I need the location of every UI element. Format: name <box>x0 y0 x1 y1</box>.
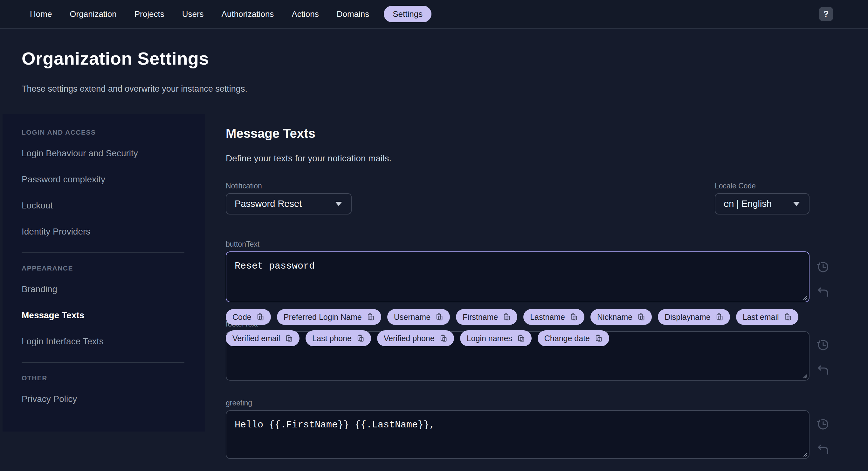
clipboard-copy-icon <box>569 313 578 321</box>
help-button[interactable]: ? <box>819 7 833 21</box>
message-texts-panel: Message Texts Define your texts for your… <box>226 114 809 459</box>
content-area: LOGIN AND ACCESS Login Behaviour and Sec… <box>0 114 868 459</box>
variable-chip[interactable]: Username <box>387 309 450 325</box>
chip-label: Login names <box>467 334 512 343</box>
greeting-field-actions <box>816 417 830 457</box>
greeting-label: greeting <box>226 399 809 407</box>
greeting-textarea[interactable]: Hello {{.FirstName}} {{.LastName}}, <box>226 410 809 459</box>
notification-group: Notification Password Reset <box>226 182 352 214</box>
sidebar-item[interactable]: Branding <box>22 284 205 295</box>
notification-select-value: Password Reset <box>235 199 302 209</box>
sidebar-section-other: OTHER Privacy Policy <box>22 374 205 405</box>
page-subtitle: These settings extend and overwrite your… <box>22 83 868 94</box>
nav-item-users[interactable]: Users <box>182 9 204 19</box>
chip-label: Displayname <box>664 313 711 322</box>
chevron-down-icon <box>793 202 800 206</box>
sidebar-item[interactable]: Password complexity <box>22 174 205 185</box>
chip-label: Verified email <box>232 334 280 343</box>
variable-chip[interactable]: Verified phone <box>377 330 454 346</box>
variable-chip[interactable]: Preferred Login Name <box>277 309 381 325</box>
sidebar-section-items: BrandingMessage TextsLogin Interface Tex… <box>22 284 205 347</box>
top-nav: Home Organization Projects Users Authori… <box>0 0 868 29</box>
clipboard-copy-icon <box>517 334 526 343</box>
sidebar-section-appearance: APPEARANCE BrandingMessage TextsLogin In… <box>22 264 205 347</box>
clipboard-copy-icon <box>366 313 375 321</box>
sidebar-divider <box>22 253 184 253</box>
sidebar-item[interactable]: Privacy Policy <box>22 394 205 405</box>
resize-handle[interactable] <box>801 372 808 379</box>
nav-item-actions[interactable]: Actions <box>291 9 318 19</box>
variable-chip[interactable]: Login names <box>460 330 532 346</box>
variable-chip[interactable]: Nickname <box>590 309 652 325</box>
clipboard-copy-icon <box>594 334 603 343</box>
nav-item-settings-active[interactable]: Settings <box>384 6 431 22</box>
sidebar-section-title: APPEARANCE <box>22 264 205 272</box>
sidebar-section-items: Login Behaviour and SecurityPassword com… <box>22 148 205 237</box>
chip-label: Last phone <box>312 334 352 343</box>
nav-item-authorizations[interactable]: Authorizations <box>222 9 274 19</box>
clipboard-copy-icon <box>256 313 265 321</box>
sidebar-item[interactable]: Lockout <box>22 200 205 211</box>
variable-chip[interactable]: Last email <box>736 309 798 325</box>
locale-label: Locale Code <box>715 182 809 190</box>
chips-row-1: Code Preferred Login Name Username First… <box>226 309 785 325</box>
locale-select[interactable]: en | English <box>715 193 809 214</box>
clipboard-copy-icon <box>285 334 293 343</box>
variable-chip[interactable]: Change date <box>538 330 609 346</box>
sidebar-item[interactable]: Message Texts <box>22 310 205 321</box>
resize-handle[interactable] <box>801 450 808 457</box>
variable-chip[interactable]: Displayname <box>658 309 730 325</box>
chip-label: Lastname <box>530 313 565 322</box>
variable-chip[interactable]: Verified email <box>226 330 300 346</box>
sidebar-section-items: Privacy Policy <box>22 394 205 405</box>
greeting-group: greeting Hello {{.FirstName}} {{.LastNam… <box>226 399 809 459</box>
sidebar-section-title: LOGIN AND ACCESS <box>22 128 205 137</box>
clipboard-copy-icon <box>637 313 646 321</box>
buttontext-field-actions <box>816 260 830 299</box>
sidebar-item[interactable]: Login Behaviour and Security <box>22 148 205 159</box>
page-title: Organization Settings <box>22 49 868 68</box>
history-icon[interactable] <box>816 417 830 431</box>
clipboard-copy-icon <box>715 313 724 321</box>
history-icon[interactable] <box>816 260 830 274</box>
history-icon[interactable] <box>816 337 830 352</box>
chip-label: Username <box>394 313 431 322</box>
resize-handle[interactable] <box>801 293 808 300</box>
variable-chip[interactable]: Last phone <box>306 330 371 346</box>
sidebar-item[interactable]: Login Interface Texts <box>22 336 205 347</box>
section-description: Define your texts for your notication ma… <box>226 153 809 164</box>
chip-label: Verified phone <box>384 334 435 343</box>
nav-item-domains[interactable]: Domains <box>337 9 369 19</box>
chip-label: Firstname <box>463 313 498 322</box>
chip-label: Preferred Login Name <box>284 313 362 322</box>
chip-label: Nickname <box>597 313 632 322</box>
notification-select[interactable]: Password Reset <box>226 193 352 214</box>
nav-item-home[interactable]: Home <box>30 9 52 19</box>
variable-chip[interactable]: Lastname <box>523 309 584 325</box>
notification-label: Notification <box>226 182 352 190</box>
variable-chips: Code Preferred Login Name Username First… <box>226 309 785 346</box>
clipboard-copy-icon <box>435 313 444 321</box>
variable-chip[interactable]: Firstname <box>456 309 517 325</box>
nav-item-organization[interactable]: Organization <box>70 9 116 19</box>
sidebar-section-login-access: LOGIN AND ACCESS Login Behaviour and Sec… <box>22 128 205 237</box>
buttontext-group: buttonText Reset password <box>226 240 809 302</box>
footertext-field-actions <box>816 337 830 377</box>
nav-item-projects[interactable]: Projects <box>134 9 164 19</box>
sidebar-divider <box>22 362 184 363</box>
undo-icon[interactable] <box>816 285 830 299</box>
sidebar-section-title: OTHER <box>22 374 205 382</box>
buttontext-label: buttonText <box>226 240 809 248</box>
chip-label: Code <box>232 313 251 322</box>
chips-row-2: Verified email Last phone Verified phone… <box>226 330 785 346</box>
undo-icon[interactable] <box>816 442 830 457</box>
variable-chip[interactable]: Code <box>226 309 271 325</box>
chip-label: Last email <box>743 313 779 322</box>
page-header: Organization Settings These settings ext… <box>0 29 868 94</box>
chevron-down-icon <box>335 202 342 206</box>
clipboard-copy-icon <box>356 334 365 343</box>
sidebar-item[interactable]: Identity Providers <box>22 226 205 237</box>
section-heading: Message Texts <box>226 126 809 141</box>
buttontext-textarea[interactable]: Reset password <box>226 252 809 302</box>
undo-icon[interactable] <box>816 363 830 377</box>
